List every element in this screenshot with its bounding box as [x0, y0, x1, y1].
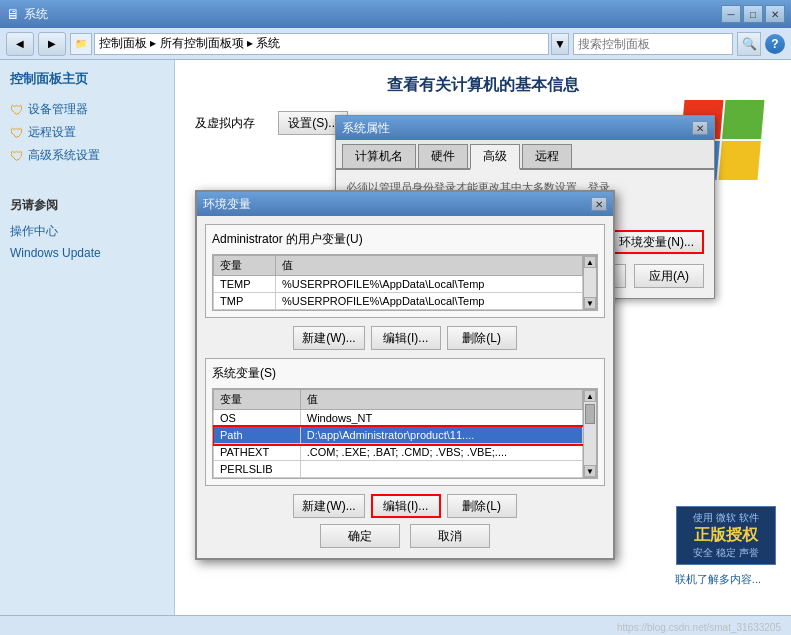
genuine-badge: 使用 微软 软件 正版授权 安全 稳定 声誉 — [676, 506, 776, 565]
sys-edit-btn[interactable]: 编辑(I)... — [371, 494, 441, 518]
env-dialog-bottom-btns: 确定 取消 — [205, 524, 605, 548]
main-area: 控制面板主页 🛡 设备管理器 🛡 远程设置 🛡 高级系统设置 另请参阅 操作中心… — [0, 60, 791, 615]
sys-var-row-perlslib[interactable]: PERLSLIB — [214, 461, 583, 478]
address-bar: ◀ ▶ 📁 控制面板 ▸ 所有控制面板项 ▸ 系统 ▼ 🔍 ? — [0, 28, 791, 60]
also-see-section: 另请参阅 操作中心 Windows Update — [10, 197, 164, 263]
sys-section-title: 系统变量(S) — [212, 365, 598, 382]
scroll-up-sys[interactable]: ▲ — [584, 390, 596, 402]
scroll-down-sys[interactable]: ▼ — [584, 465, 596, 477]
maximize-button[interactable]: □ — [743, 5, 763, 23]
shield-icon-3: 🛡 — [10, 148, 24, 164]
minimize-button[interactable]: ─ — [721, 5, 741, 23]
sys-var-name-os: OS — [214, 410, 301, 427]
user-vars-table: 变量 值 TEMP %USERPROFILE%\AppData\Local\Te… — [213, 255, 583, 310]
sysprop-title-bar: 系统属性 ✕ — [336, 116, 714, 140]
scroll-up-user[interactable]: ▲ — [584, 256, 596, 268]
content-area: 查看有关计算机的基本信息 及虚拟内存 设置(S)... 设置(E)... 设置(… — [175, 60, 791, 615]
also-see-title: 另请参阅 — [10, 197, 164, 214]
action-center-label: 操作中心 — [10, 223, 58, 240]
user-vars-table-container: 变量 值 TEMP %USERPROFILE%\AppData\Local\Te… — [212, 254, 598, 311]
sidebar-item-windows-update[interactable]: Windows Update — [10, 243, 164, 263]
user-var-row-temp[interactable]: TEMP %USERPROFILE%\AppData\Local\Temp — [214, 276, 583, 293]
sysprop-close-btn[interactable]: ✕ — [692, 121, 708, 135]
sys-var-row-os[interactable]: OS Windows_NT — [214, 410, 583, 427]
back-button[interactable]: ◀ — [6, 32, 34, 56]
env-ok-btn[interactable]: 确定 — [320, 524, 400, 548]
sys-var-row-pathext[interactable]: PATHEXT .COM; .EXE; .BAT; .CMD; .VBS; .V… — [214, 444, 583, 461]
sys-var-value-path: D:\app\Administrator\product\11.... — [300, 427, 582, 444]
genuine-link[interactable]: 联机了解多内容... — [675, 572, 761, 587]
user-col-value: 值 — [276, 256, 583, 276]
sys-vars-table-wrapper: 变量 值 OS Windows_NT Path — [213, 389, 583, 478]
user-var-value-tmp: %USERPROFILE%\AppData\Local\Temp — [276, 293, 583, 310]
sidebar-label-device: 设备管理器 — [28, 101, 88, 118]
search-button[interactable]: 🔍 — [737, 32, 761, 56]
sidebar-title: 控制面板主页 — [10, 70, 164, 88]
sys-vars-buttons: 新建(W)... 编辑(I)... 删除(L) — [205, 494, 605, 518]
shield-icon-2: 🛡 — [10, 125, 24, 141]
address-dropdown[interactable]: ▼ — [551, 33, 569, 55]
user-vars-section: Administrator 的用户变量(U) 变量 值 — [205, 224, 605, 318]
env-btn[interactable]: 环境变量(N)... — [609, 230, 704, 254]
env-title-bar: 环境变量 ✕ — [197, 192, 613, 216]
user-vars-table-wrapper: 变量 值 TEMP %USERPROFILE%\AppData\Local\Te… — [213, 255, 583, 310]
genuine-title: 正版授权 — [681, 525, 771, 546]
address-icon: 📁 — [70, 33, 92, 55]
sys-var-name-pathext: PATHEXT — [214, 444, 301, 461]
user-var-value-temp: %USERPROFILE%\AppData\Local\Temp — [276, 276, 583, 293]
user-col-name: 变量 — [214, 256, 276, 276]
sys-col-value: 值 — [300, 390, 582, 410]
user-vars-scrollbar[interactable]: ▲ ▼ — [583, 255, 597, 310]
window-controls[interactable]: ─ □ ✕ — [721, 5, 785, 23]
sidebar: 控制面板主页 🛡 设备管理器 🛡 远程设置 🛡 高级系统设置 另请参阅 操作中心… — [0, 60, 175, 615]
scroll-down-user[interactable]: ▼ — [584, 297, 596, 309]
sidebar-item-remote[interactable]: 🛡 远程设置 — [10, 121, 164, 144]
sys-delete-btn[interactable]: 删除(L) — [447, 494, 517, 518]
sys-var-name-perlslib: PERLSLIB — [214, 461, 301, 478]
sysprop-apply-btn[interactable]: 应用(A) — [634, 264, 704, 288]
content-title: 查看有关计算机的基本信息 — [195, 75, 771, 96]
help-button[interactable]: ? — [765, 34, 785, 54]
watermark: https://blog.csdn.net/smat_31633205 — [617, 622, 781, 633]
env-cancel-btn[interactable]: 取消 — [410, 524, 490, 548]
sidebar-label-remote: 远程设置 — [28, 124, 76, 141]
sidebar-item-action-center[interactable]: 操作中心 — [10, 220, 164, 243]
tab-advanced[interactable]: 高级 — [470, 144, 520, 170]
sys-vars-section: 系统变量(S) 变量 值 OS — [205, 358, 605, 486]
env-close-btn[interactable]: ✕ — [591, 197, 607, 211]
genuine-prefix: 使用 微软 软件 — [681, 511, 771, 525]
sys-col-name: 变量 — [214, 390, 301, 410]
sidebar-item-advanced[interactable]: 🛡 高级系统设置 — [10, 144, 164, 167]
user-section-title: Administrator 的用户变量(U) — [212, 231, 598, 248]
sys-var-value-perlslib — [300, 461, 582, 478]
sidebar-item-device-manager[interactable]: 🛡 设备管理器 — [10, 98, 164, 121]
genuine-sub: 安全 稳定 声誉 — [681, 546, 771, 560]
sidebar-label-advanced: 高级系统设置 — [28, 147, 100, 164]
search-input[interactable] — [573, 33, 733, 55]
env-dialog-title: 环境变量 — [203, 196, 591, 213]
sys-vars-scrollbar[interactable]: ▲ ▼ — [583, 389, 597, 478]
env-dialog: 环境变量 ✕ Administrator 的用户变量(U) 变量 值 — [195, 190, 615, 560]
title-bar: 🖥 系统 ─ □ ✕ — [0, 0, 791, 28]
tab-hardware[interactable]: 硬件 — [418, 144, 468, 168]
user-var-row-tmp[interactable]: TMP %USERPROFILE%\AppData\Local\Temp — [214, 293, 583, 310]
user-delete-btn[interactable]: 删除(L) — [447, 326, 517, 350]
sys-var-row-path[interactable]: Path D:\app\Administrator\product\11.... — [214, 427, 583, 444]
user-edit-btn[interactable]: 编辑(I)... — [371, 326, 441, 350]
close-button[interactable]: ✕ — [765, 5, 785, 23]
windows-update-label: Windows Update — [10, 246, 101, 260]
logo-yellow — [719, 141, 761, 180]
window-title: 系统 — [24, 6, 721, 23]
tab-remote[interactable]: 远程 — [522, 144, 572, 168]
sys-var-value-pathext: .COM; .EXE; .BAT; .CMD; .VBS; .VBE;.... — [300, 444, 582, 461]
tab-computer-name[interactable]: 计算机名 — [342, 144, 416, 168]
sys-var-name-path: Path — [214, 427, 301, 444]
logo-green — [722, 100, 764, 139]
window-icon: 🖥 — [6, 6, 20, 22]
address-input[interactable]: 控制面板 ▸ 所有控制面板项 ▸ 系统 — [94, 33, 549, 55]
user-vars-buttons: 新建(W)... 编辑(I)... 删除(L) — [205, 326, 605, 350]
forward-button[interactable]: ▶ — [38, 32, 66, 56]
sys-new-btn[interactable]: 新建(W)... — [293, 494, 364, 518]
user-new-btn[interactable]: 新建(W)... — [293, 326, 364, 350]
sys-vars-table-container: 变量 值 OS Windows_NT Path — [212, 388, 598, 479]
